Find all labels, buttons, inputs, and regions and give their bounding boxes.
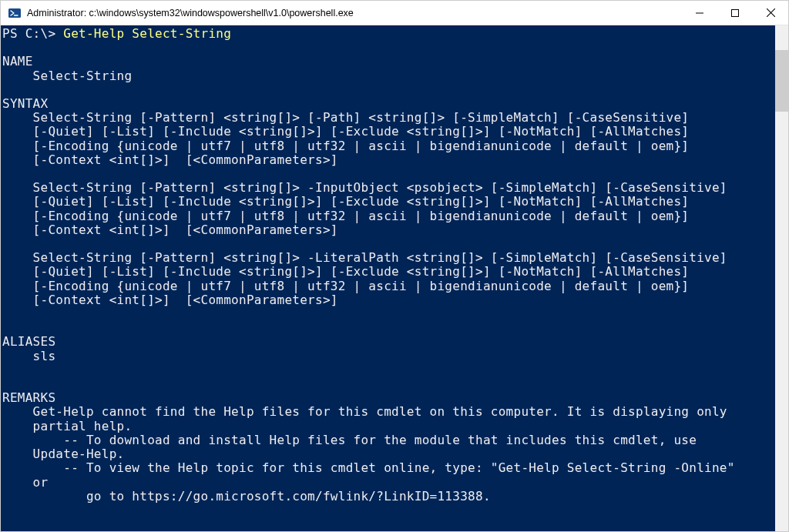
prompt: PS C:\> (2, 26, 55, 41)
minimize-button[interactable] (682, 1, 717, 25)
output-line: [-Quiet] [-List] [-Include <string[]>] [… (2, 124, 689, 139)
output-line: [-Context <int[]>] [<CommonParameters>] (2, 152, 338, 167)
output-line: SYNTAX (2, 96, 48, 111)
output-line: Select-String [-Pattern] <string[]> -Inp… (2, 180, 727, 195)
output-line: or (2, 475, 48, 490)
output-line: Select-String (2, 69, 132, 83)
output-line: [-Encoding {unicode | utf7 | utf8 | utf3… (2, 209, 689, 223)
vertical-scrollbar[interactable] (775, 25, 788, 531)
output-line: sls (2, 349, 55, 363)
output-line: [-Quiet] [-List] [-Include <string[]>] [… (2, 264, 689, 279)
svg-rect-0 (8, 8, 21, 18)
output-line: Select-String [-Pattern] <string[]> -Lit… (2, 250, 727, 265)
output-line: [-Quiet] [-List] [-Include <string[]>] [… (2, 194, 689, 209)
window-controls (682, 1, 788, 25)
output-line: [-Context <int[]>] [<CommonParameters>] (2, 293, 338, 307)
prompt: PS C:\> (2, 530, 55, 531)
output-line: [-Encoding {unicode | utf7 | utf8 | utf3… (2, 139, 689, 153)
output-line: REMARKS (2, 390, 55, 405)
output-line: Select-String [-Pattern] <string[]> [-Pa… (2, 110, 689, 125)
output-line: [-Encoding {unicode | utf7 | utf8 | utf3… (2, 279, 689, 293)
scrollbar-thumb[interactable] (775, 50, 788, 112)
output-line: go to https://go.microsoft.com/fwlink/?L… (2, 489, 491, 504)
output-line: -- To download and install Help files fo… (2, 433, 697, 447)
powershell-icon (8, 7, 21, 19)
titlebar: Administrator: c:\windows\system32\windo… (1, 1, 788, 25)
output-line: NAME (2, 54, 33, 69)
output-line: Update-Help. (2, 447, 124, 461)
output-line: Get-Help cannot find the Help files for … (2, 404, 727, 419)
maximize-button[interactable] (717, 1, 753, 25)
output-line: ALIASES (2, 334, 55, 349)
console-area: PS C:\> Get-Help Select-String NAME Sele… (1, 25, 788, 531)
output-line: -- To view the Help topic for this cmdle… (2, 460, 735, 475)
command-text: Get-Help Select-String (63, 26, 231, 41)
console-output[interactable]: PS C:\> Get-Help Select-String NAME Sele… (1, 25, 775, 531)
svg-rect-3 (732, 9, 739, 16)
output-line: partial help. (2, 419, 132, 433)
window-title: Administrator: c:\windows\system32\windo… (27, 8, 682, 18)
close-button[interactable] (753, 1, 788, 25)
output-line: [-Context <int[]>] [<CommonParameters>] (2, 223, 338, 237)
